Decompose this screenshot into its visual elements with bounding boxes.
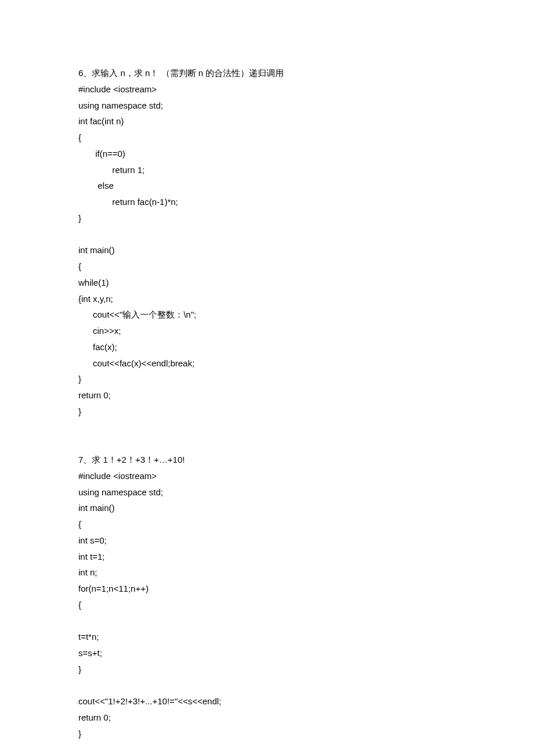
code-line: int fac(int n) xyxy=(78,113,456,129)
code-line xyxy=(78,613,456,629)
code-line: int main() xyxy=(78,242,456,258)
code-line: for(n=1;n<11;n++) xyxy=(78,581,456,597)
code-line: if(n==0) xyxy=(78,146,456,162)
code-line: int main() xyxy=(78,500,456,516)
code-line: t=t*n; xyxy=(78,629,456,645)
code-line: return 0; xyxy=(78,710,456,726)
code-line: int n; xyxy=(78,564,456,581)
code-line: int t=1; xyxy=(78,549,456,565)
code-line: { xyxy=(78,129,456,146)
code-line: { xyxy=(78,258,456,275)
document-page: { "problem6": { "title": "6、求输入 n，求 n！ （… xyxy=(0,0,534,756)
code-line: return 1; xyxy=(78,162,456,178)
code-line: s=s+t; xyxy=(78,645,456,661)
code-line: fac(x); xyxy=(78,339,456,355)
code-line: while(1) xyxy=(78,275,456,291)
code-line: return 0; xyxy=(78,387,456,404)
code-line: { xyxy=(78,516,456,532)
code-line xyxy=(78,678,456,694)
code-line: else xyxy=(78,178,456,194)
code-line: int s=0; xyxy=(78,532,456,549)
code-line: } xyxy=(78,371,456,387)
code-line: return fac(n-1)*n; xyxy=(78,194,456,210)
code-line: } xyxy=(78,210,456,226)
problem-7-title: 7、求 1！+2！+3！+…+10! xyxy=(78,452,456,468)
blank-line xyxy=(78,435,456,452)
code-line: using namespace std; xyxy=(78,98,456,114)
code-line: {int x,y,n; xyxy=(78,291,456,307)
problem-6-title: 6、求输入 n，求 n！ （需判断 n 的合法性）递归调用 xyxy=(78,65,456,81)
code-line: cout<<"1!+2!+3!+...+10!="<<s<<endl; xyxy=(78,693,456,710)
code-line: cout<<"输入一个整数：\n"; xyxy=(78,307,456,323)
code-line: } xyxy=(78,726,456,742)
code-line xyxy=(78,226,456,243)
code-line: #include <iostream> xyxy=(78,81,456,98)
code-line: cout<<fac(x)<<endl;break; xyxy=(78,355,456,372)
blank-line xyxy=(78,420,456,436)
code-line: } xyxy=(78,661,456,678)
code-line: #include <iostream> xyxy=(78,468,456,484)
code-line: { xyxy=(78,597,456,613)
code-line: } xyxy=(78,404,456,420)
code-line: using namespace std; xyxy=(78,484,456,501)
code-line: cin>>x; xyxy=(78,323,456,339)
